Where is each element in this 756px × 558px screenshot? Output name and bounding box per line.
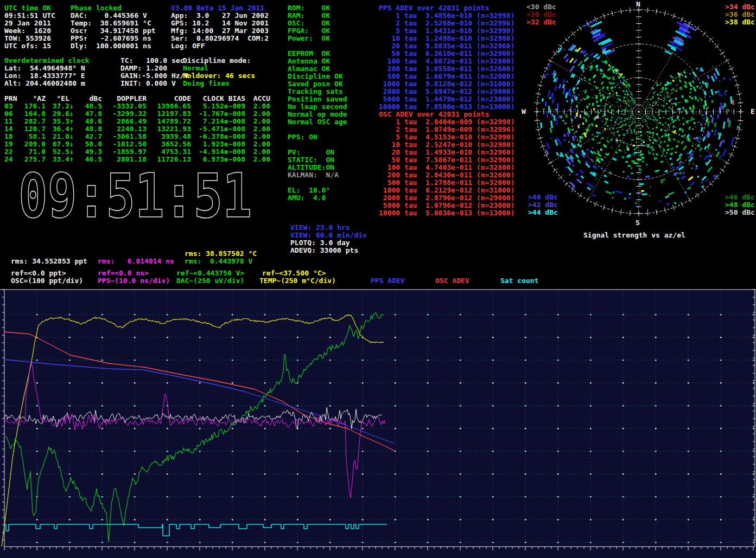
plot-graphic bbox=[627, 133, 628, 133]
sat-cell: -1.767e-008 bbox=[191, 110, 245, 118]
plot-graphic bbox=[639, 61, 727, 112]
sat-cell: 275.7 bbox=[15, 156, 46, 163]
rms-pps: rms: 6.014014 ns bbox=[98, 258, 174, 265]
sat-cell: dBc bbox=[76, 95, 102, 102]
plot-graphic bbox=[427, 542, 428, 543]
plot-graphic bbox=[626, 162, 628, 162]
plot-graphic bbox=[362, 314, 363, 315]
plot-graphic bbox=[620, 74, 622, 75]
plot-graphic bbox=[666, 203, 670, 204]
plot-graphic bbox=[587, 188, 590, 190]
sat-table-header: PRN°AZ°ELdBcDOPPLERCODECLOCK BIASACCU bbox=[4, 95, 270, 102]
plot-graphic bbox=[616, 139, 619, 142]
plot-graphic bbox=[706, 162, 707, 164]
sat-table-row: 14120.736.4↑48.82240.1313221.93-5.471e-0… bbox=[4, 125, 270, 133]
plot-graphic bbox=[297, 542, 298, 543]
plot-graphic bbox=[721, 102, 722, 110]
text-line: >30 dBc bbox=[526, 11, 556, 18]
plot-graphic bbox=[608, 153, 609, 154]
plot-graphic bbox=[653, 134, 653, 135]
text-line: ADEVQ: 33000 pts bbox=[290, 247, 367, 254]
plot-graphic bbox=[701, 98, 702, 101]
position-block: Overdetermined clockLat: 54.4964948° NLo… bbox=[4, 57, 90, 87]
lady-heather-screen: UTC time OK09:51:51 UTC29 Jan 2011Week: … bbox=[0, 0, 756, 558]
plot-graphic bbox=[631, 125, 632, 125]
plot-graphic bbox=[603, 171, 603, 171]
plot-graphic bbox=[645, 119, 645, 120]
plot-graphic bbox=[691, 117, 692, 121]
plot-graphic bbox=[593, 103, 593, 106]
plot-graphic bbox=[544, 67, 549, 69]
plot-graphic bbox=[632, 100, 633, 100]
plot-graphic bbox=[626, 91, 627, 92]
receiver-status-block: EEPROM OKAntenna OKAlmanac OKDiscipline … bbox=[288, 50, 347, 202]
plot-graphic bbox=[593, 165, 597, 168]
plot-graphic bbox=[696, 137, 697, 139]
sat-cell: ↓ bbox=[69, 140, 76, 148]
sat-cell: 58.1 bbox=[15, 133, 46, 140]
plot-graphic bbox=[629, 125, 630, 126]
plot-graphic bbox=[738, 120, 743, 121]
plot-graphic bbox=[633, 163, 638, 164]
plot-graphic bbox=[612, 117, 612, 118]
plot-graphic bbox=[700, 83, 700, 84]
plot-graphic bbox=[720, 428, 721, 429]
plot-graphic bbox=[687, 100, 688, 103]
plot-graphic bbox=[616, 92, 617, 94]
oscillator-block: Phase lockedDAC: 0.445366 VTemp: 38.6596… bbox=[71, 4, 156, 50]
plot-graphic bbox=[690, 74, 690, 74]
plot-graphic bbox=[664, 98, 665, 99]
plot-graphic bbox=[661, 182, 663, 182]
plot-graphic bbox=[641, 140, 644, 141]
plot-graphic bbox=[653, 154, 654, 155]
sat-cell: ↓ bbox=[69, 133, 76, 140]
sat-cell: 7.214e-008 bbox=[191, 118, 245, 125]
plot-graphic bbox=[660, 83, 662, 84]
text-line: TOW: 553926 bbox=[4, 35, 55, 42]
sat-cell: 50.0 bbox=[76, 140, 102, 148]
ref-pps: ref=<0.0 ns> bbox=[98, 270, 149, 277]
plot-graphic bbox=[646, 121, 646, 121]
plot-graphic bbox=[700, 87, 700, 88]
plot-graphic bbox=[232, 314, 233, 315]
plot-graphic bbox=[652, 105, 653, 106]
plot-graphic bbox=[199, 473, 200, 474]
plot-graphic bbox=[606, 191, 612, 194]
plot-graphic bbox=[576, 131, 577, 132]
plot-graphic bbox=[587, 106, 588, 108]
plot-graphic bbox=[549, 90, 550, 97]
plot-graphic bbox=[596, 125, 597, 127]
sat-cell: -3299.32 bbox=[102, 110, 147, 118]
text-line: >34 dBc bbox=[725, 3, 755, 11]
plot-graphic bbox=[492, 428, 493, 429]
plot-graphic bbox=[618, 124, 619, 125]
plot-graphic bbox=[667, 96, 668, 98]
plot-graphic bbox=[329, 519, 331, 520]
plot-graphic bbox=[660, 129, 662, 131]
sat-cell: ↓ bbox=[69, 148, 76, 156]
adev-line: 10000 tau 5.0836e-013 (n=13000) bbox=[379, 209, 514, 217]
plot-graphic bbox=[654, 95, 655, 96]
plot-graphic bbox=[601, 82, 603, 85]
text-line: ALTITUDE:ON bbox=[288, 164, 347, 171]
plot-graphic bbox=[618, 130, 619, 130]
text-line: Discipline mode: bbox=[183, 57, 255, 65]
plot-graphic bbox=[36, 314, 37, 315]
plot-graphic bbox=[548, 162, 553, 164]
sat-table-row: 11282.735.3↑48.62866.4914789.727.214e-00… bbox=[4, 118, 270, 125]
plot-graphic bbox=[621, 76, 622, 76]
plot-graphic bbox=[598, 105, 599, 107]
plot-graphic bbox=[627, 94, 629, 95]
plot-graphic bbox=[720, 451, 721, 452]
plot-graphic bbox=[586, 132, 587, 134]
plot-graphic bbox=[550, 127, 551, 133]
plot-graphic bbox=[550, 97, 550, 99]
plot-graphic bbox=[622, 473, 624, 474]
plot-graphic bbox=[671, 89, 672, 90]
plot-graphic bbox=[711, 76, 714, 81]
plot-graphic bbox=[36, 519, 37, 520]
plot-graphic bbox=[395, 473, 396, 474]
plot-graphic bbox=[662, 105, 662, 106]
plot-graphic bbox=[664, 100, 664, 102]
plot-graphic bbox=[688, 428, 689, 429]
